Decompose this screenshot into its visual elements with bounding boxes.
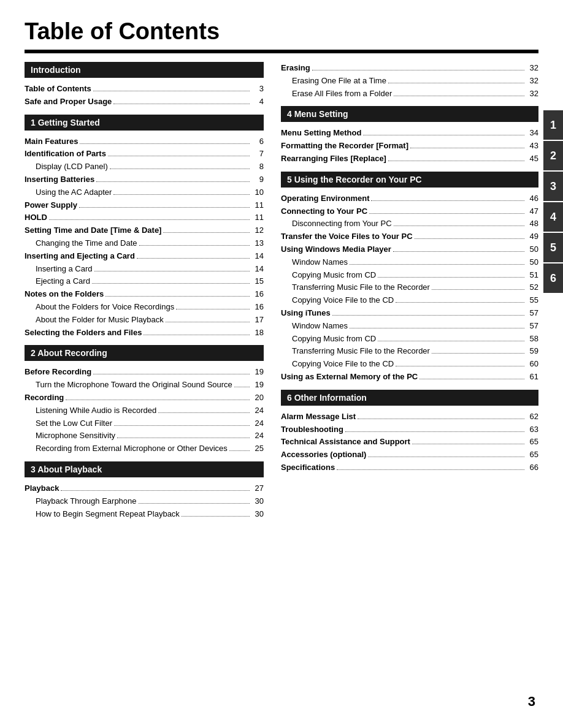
toc-entry: Display (LCD Panel) 8 [25,161,264,173]
toc-entry: Identification of Parts 7 [25,148,264,161]
section-header: 4 Menu Setting [281,106,538,122]
page-title: Table of Contents [25,18,538,45]
toc-entry: Set the Low Cut Filter 24 [25,417,264,430]
toc-entry: Rearranging Files [Replace] 45 [281,153,538,165]
toc-entry: How to Begin Segment Repeat Playback 30 [25,508,264,521]
section-header: 6 Other Information [281,390,538,406]
toc-entry: Selecting the Folders and Files 18 [25,327,264,339]
toc-entry: Formatting the Recorder [Format] 43 [281,140,538,153]
toc-entry: Changing the Time and Date 13 [25,237,264,250]
side-tab-1[interactable]: 1 [543,110,563,140]
toc-entry: Inserting and Ejecting a Card 14 [25,250,264,263]
toc-entry: Using Windows Media Player 50 [281,243,538,256]
toc-entry: Specifications 66 [281,461,538,474]
toc-entry: About the Folder for Music Playback 17 [25,314,264,327]
side-tab-5[interactable]: 5 [543,233,563,262]
toc-entry: Main Features 6 [25,135,264,148]
toc-entry: Menu Setting Method 34 [281,127,538,140]
toc-entry: Turn the Microphone Toward the Original … [25,379,264,392]
toc-entry: Before Recording 19 [25,366,264,379]
section-header: 5 Using the Recorder on Your PC [281,172,538,188]
toc-entry: Window Names 57 [281,320,538,333]
side-tabs: 123456 [543,110,563,293]
left-column: Introduction Table of Contents 3 Safe an… [25,62,264,520]
content-area: Introduction Table of Contents 3 Safe an… [25,62,538,520]
side-tab-2[interactable]: 2 [543,141,563,170]
toc-entry: Window Names 50 [281,256,538,269]
toc-entry: Transferring Music File to the Recorder … [281,345,538,358]
right-column: Erasing 32 Erasing One File at a Time 32… [281,62,538,520]
toc-entry: Transferring Music File to the Recorder … [281,281,538,294]
toc-entry: Copying Voice File to the CD 55 [281,294,538,307]
toc-entry: Notes on the Folders 16 [25,288,264,301]
section-header: Introduction [25,62,264,78]
side-tab-4[interactable]: 4 [543,202,563,232]
side-tab-3[interactable]: 3 [543,172,563,201]
toc-entry: Ejecting a Card 15 [25,275,264,288]
toc-entry: Power Supply 11 [25,199,264,212]
toc-entry: Listening While Audio is Recorded 24 [25,404,264,417]
toc-entry: Connecting to Your PC 47 [281,205,538,218]
toc-entry: Using the AC Adapter 10 [25,186,264,199]
toc-entry: Recording 20 [25,392,264,404]
toc-entry: Playback Through Earphone 30 [25,495,264,508]
toc-entry: Table of Contents 3 [25,83,264,96]
toc-entry: Accessories (optional) 65 [281,449,538,461]
section-header: 1 Getting Started [25,115,264,131]
toc-entry: Alarm Message List 62 [281,411,538,423]
toc-entry: Inserting a Card 14 [25,263,264,276]
toc-entry: Safe and Proper Usage 4 [25,96,264,108]
section-header: 2 About Recording [25,345,264,361]
toc-entry: Erase All Files from a Folder 32 [281,88,538,100]
toc-entry: Microphone Sensitivity 24 [25,430,264,442]
toc-entry: Transfer the Voice Files to Your PC 49 [281,230,538,243]
toc-entry: HOLD 11 [25,211,264,224]
toc-entry: Setting Time and Date [Time & Date] 12 [25,224,264,237]
toc-entry: Playback 27 [25,482,264,495]
toc-entry: Operating Environment 46 [281,192,538,205]
toc-entry: Disconnecting from Your PC 48 [281,218,538,230]
toc-entry: Recording from External Microphone or Ot… [25,442,264,455]
toc-entry: Copying Music from CD 51 [281,269,538,282]
toc-entry: Erasing One File at a Time 32 [281,75,538,88]
section-header: 3 About Playback [25,461,264,477]
toc-entry: Inserting Batteries 9 [25,173,264,186]
toc-entry: Erasing 32 [281,62,538,75]
side-tab-6[interactable]: 6 [543,264,563,293]
title-divider [25,50,538,53]
page-number: 3 [528,694,535,710]
toc-entry: Using iTunes 57 [281,307,538,320]
toc-entry: About the Folders for Voice Recordings 1… [25,301,264,314]
toc-entry: Using as External Memory of the PC 61 [281,371,538,384]
toc-entry: Copying Music from CD 58 [281,333,538,346]
toc-entry: Troubleshooting 63 [281,423,538,436]
toc-entry: Technical Assistance and Support 65 [281,436,538,449]
toc-entry: Copying Voice File to the CD 60 [281,358,538,371]
